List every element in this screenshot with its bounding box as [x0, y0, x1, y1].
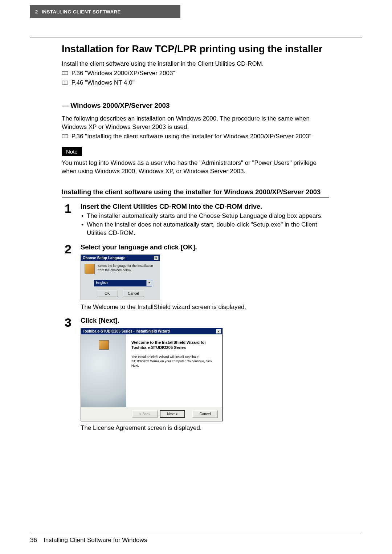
- step-1-head: Insert the Client Utilities CD-ROM into …: [81, 202, 329, 211]
- globe-icon: [85, 264, 95, 274]
- next-button-label: ext >: [170, 412, 178, 416]
- wizard-heading: Welcome to the InstallShield Wizard for …: [131, 340, 217, 350]
- content-column: Installation for Raw TCP/LPR printing us…: [62, 44, 329, 432]
- step-number: 2: [65, 243, 81, 311]
- step-number: 1: [65, 202, 81, 239]
- cancel-button[interactable]: Cancel: [123, 290, 144, 297]
- choose-language-dialog: Choose Setup Language × Select the langu…: [81, 254, 160, 300]
- dialog-title: Choose Setup Language: [83, 256, 125, 260]
- package-icon: [99, 340, 109, 350]
- close-icon[interactable]: ×: [216, 329, 221, 334]
- intro-text: Install the client software using the in…: [62, 60, 329, 68]
- section-title: Installation for Raw TCP/LPR printing us…: [62, 44, 329, 55]
- page-footer: 36 Installing Client Software for Window…: [30, 537, 147, 544]
- step-number: 3: [65, 316, 81, 432]
- note-label: Note: [62, 147, 82, 156]
- dialog-message: Select the language for the installation…: [98, 264, 156, 274]
- dialog-titlebar: Choose Setup Language ×: [81, 255, 160, 261]
- step-1-bullet-2: When the installer does not automaticall…: [81, 221, 329, 237]
- book-icon: [62, 71, 68, 76]
- chapter-title: INSTALLING CLIENT SOFTWARE: [42, 9, 121, 15]
- ref-text-2: P.46 "Windows NT 4.0": [72, 79, 135, 86]
- ref-line-2: P.46 "Windows NT 4.0": [62, 79, 329, 87]
- step-3: 3 Click [Next]. Toshiba e-STUDIO205 Seri…: [65, 316, 329, 432]
- step-2: 2 Select your language and click [OK]. C…: [65, 243, 329, 311]
- language-select[interactable]: English ▼: [94, 280, 152, 286]
- ref-text-3: P.36 "Installing the client software usi…: [72, 133, 311, 140]
- wizard-side-image: [81, 334, 126, 407]
- next-button[interactable]: Next >: [160, 410, 185, 418]
- ref-line-1: P.36 "Windows 2000/XP/Server 2003": [62, 69, 329, 78]
- back-button: < Back: [132, 410, 158, 418]
- ok-button[interactable]: OK: [97, 290, 118, 297]
- footer-text: Installing Client Software for Windows: [44, 537, 147, 544]
- top-rule: [30, 37, 362, 37]
- cancel-button[interactable]: Cancel: [192, 410, 218, 418]
- chapter-number: 2: [35, 9, 38, 15]
- note-body: You must log into Windows as a user who …: [62, 159, 329, 176]
- ref-line-3: P.36 "Installing the client software usi…: [62, 133, 329, 141]
- subsection-body: The following describes an installation …: [62, 115, 329, 131]
- language-selected: English: [94, 280, 146, 286]
- dialog-titlebar: Toshiba e-STUDIO205 Series - InstallShie…: [81, 328, 222, 334]
- book-icon: [62, 81, 68, 85]
- ref-text-1: P.36 "Windows 2000/XP/Server 2003": [72, 70, 175, 77]
- step-1: 1 Insert the Client Utilities CD-ROM int…: [65, 202, 329, 239]
- step-2-head: Select your language and click [OK].: [81, 243, 329, 252]
- step-3-after: The License Agreement screen is displaye…: [81, 424, 329, 432]
- installshield-wizard-dialog: Toshiba e-STUDIO205 Series - InstallShie…: [81, 328, 222, 421]
- step-1-bullet-1: The installer automatically starts and t…: [81, 212, 329, 220]
- close-icon[interactable]: ×: [154, 256, 159, 260]
- subsection-title: — Windows 2000/XP/Server 2003: [62, 102, 329, 110]
- page-header: 2 INSTALLING CLIENT SOFTWARE: [30, 5, 180, 18]
- chevron-down-icon[interactable]: ▼: [146, 280, 152, 286]
- step-2-after: The Welcome to the InstallShield wizard …: [81, 303, 329, 311]
- bottom-rule: [30, 532, 362, 532]
- dialog-title: Toshiba e-STUDIO205 Series - InstallShie…: [83, 329, 170, 333]
- page-number: 36: [30, 537, 37, 544]
- step-1-bullets: The installer automatically starts and t…: [81, 212, 329, 238]
- procedure-title: Installing the client software using the…: [62, 188, 329, 197]
- book-icon: [62, 134, 68, 139]
- wizard-body: The InstallShield® Wizard will install T…: [131, 355, 217, 368]
- step-3-head: Click [Next].: [81, 316, 329, 325]
